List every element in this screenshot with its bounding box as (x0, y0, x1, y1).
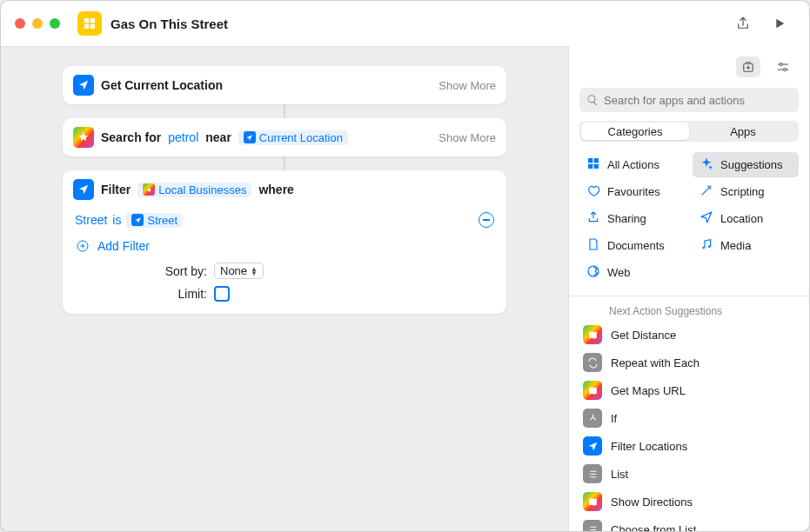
tab-apps[interactable]: Apps (689, 123, 797, 140)
action-filter[interactable]: Filter Local Businesses where Street is … (63, 170, 506, 314)
suggestions-header: Next Action Suggestions (569, 296, 809, 321)
wand-icon (700, 183, 713, 200)
plus-circle-icon (75, 238, 90, 254)
suggestion-if[interactable]: If (569, 404, 809, 432)
category-web[interactable]: Web (579, 260, 686, 285)
svg-point-3 (780, 63, 782, 66)
share-icon[interactable] (734, 15, 752, 32)
share-icon (586, 210, 600, 227)
suggestion-repeat-with-each[interactable]: Repeat with Each (569, 349, 809, 376)
where-label: where (258, 183, 293, 196)
library-button[interactable] (736, 57, 760, 77)
actions-sidebar: Categories Apps All ActionsSuggestionsFa… (568, 46, 809, 531)
category-documents[interactable]: Documents (579, 233, 686, 258)
suggestion-label: If (611, 412, 617, 425)
workflow-canvas[interactable]: Get Current Location Show More Search fo… (1, 46, 568, 531)
sparkle-icon (700, 156, 713, 173)
variable-label: Local Businesses (158, 183, 246, 196)
suggestion-label: Repeat with Each (611, 356, 700, 369)
add-filter-label: Add Filter (97, 239, 150, 253)
connector (284, 156, 285, 170)
filter-condition-row: Street is Street (75, 207, 494, 233)
suggestion-label: Get Distance (611, 329, 676, 342)
category-suggestions[interactable]: Suggestions (693, 152, 799, 177)
show-more-button[interactable]: Show More (438, 79, 496, 92)
category-all-actions[interactable]: All Actions (579, 152, 686, 177)
remove-condition-button[interactable] (479, 212, 494, 228)
filter-op-token[interactable]: is (112, 213, 121, 227)
action-title: Get Current Location (101, 78, 223, 92)
media-icon (700, 237, 713, 254)
suggestions-list: Get DistanceRepeat with EachGet Maps URL… (569, 321, 809, 531)
category-sharing[interactable]: Sharing (579, 206, 686, 231)
suggestion-get-maps-url[interactable]: Get Maps URL (569, 376, 809, 404)
suggestion-filter-locations[interactable]: Filter Locations (569, 432, 809, 460)
sort-by-select[interactable]: None ▲▼ (214, 263, 264, 279)
svg-rect-5 (588, 158, 592, 163)
suggestion-choose-from-list[interactable]: Choose from List (569, 515, 809, 531)
connector (284, 104, 285, 118)
tab-categories[interactable]: Categories (581, 123, 689, 140)
list-icon (583, 520, 602, 531)
local-businesses-variable[interactable]: Local Businesses (137, 183, 251, 197)
list-icon (583, 464, 602, 483)
suggestion-label: Get Maps URL (611, 384, 686, 397)
categories-grid: All ActionsSuggestionsFavouritesScriptin… (569, 152, 809, 296)
category-favourites[interactable]: Favourites (579, 179, 686, 204)
web-icon (586, 264, 600, 281)
svg-rect-8 (594, 164, 599, 169)
maps-icon (583, 492, 602, 511)
app-window: Gas On This Street Get Current Location … (0, 0, 810, 532)
svg-point-10 (708, 245, 711, 248)
settings-button[interactable] (771, 57, 795, 77)
location-pill-icon (131, 214, 144, 226)
maps-icon (583, 325, 602, 344)
category-label: Location (720, 212, 763, 225)
close-button[interactable] (15, 18, 25, 29)
svg-point-0 (147, 188, 151, 191)
svg-point-4 (784, 69, 787, 71)
svg-point-11 (588, 266, 599, 276)
titlebar: Gas On This Street (1, 1, 809, 46)
svg-rect-7 (588, 164, 592, 169)
category-location[interactable]: Location (693, 206, 799, 231)
category-label: Web (607, 266, 631, 279)
zoom-button[interactable] (50, 18, 60, 29)
variable-label: Street (147, 214, 177, 227)
current-location-variable[interactable]: Current Location (238, 130, 348, 145)
minimize-button[interactable] (32, 18, 43, 29)
category-media[interactable]: Media (693, 233, 799, 258)
svg-point-9 (702, 247, 705, 249)
suggestion-list[interactable]: List (569, 460, 809, 488)
category-label: Favourites (607, 185, 660, 198)
maps-pill-icon (143, 183, 155, 196)
location-icon (73, 75, 94, 96)
search-icon (586, 94, 599, 106)
search-input[interactable] (604, 94, 792, 107)
maps-icon (73, 127, 94, 148)
limit-checkbox[interactable] (214, 286, 230, 302)
run-icon[interactable] (771, 15, 788, 32)
updown-icon: ▲▼ (251, 267, 258, 276)
branch-icon (583, 409, 602, 428)
category-label: Media (720, 239, 751, 252)
category-label: Scripting (720, 185, 765, 198)
maps-icon (583, 381, 602, 400)
suggestion-show-directions[interactable]: Show Directions (569, 488, 809, 515)
action-search-nearby[interactable]: Search for petrol near Current Location … (63, 118, 506, 156)
doc-icon (586, 237, 600, 254)
suggestion-get-distance[interactable]: Get Distance (569, 321, 809, 349)
suggestion-label: Show Directions (611, 495, 693, 509)
location-icon (73, 179, 94, 200)
filter-value-variable[interactable]: Street (126, 213, 183, 228)
show-more-button[interactable]: Show More (438, 131, 496, 144)
limit-label: Limit: (75, 287, 214, 301)
action-get-current-location[interactable]: Get Current Location Show More (63, 66, 506, 104)
search-field[interactable] (579, 88, 799, 112)
search-query-token[interactable]: petrol (168, 130, 198, 144)
add-filter-button[interactable]: Add Filter (75, 233, 494, 259)
shortcut-icon (77, 11, 102, 36)
filter-field-token[interactable]: Street (75, 213, 107, 227)
category-scripting[interactable]: Scripting (693, 179, 799, 204)
repeat-icon (583, 353, 602, 372)
